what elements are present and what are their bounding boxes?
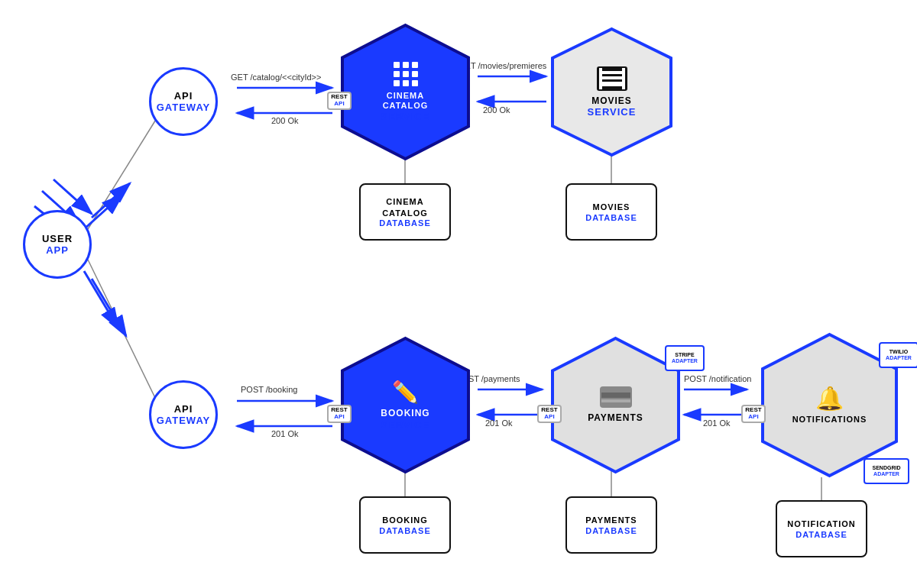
user-app-label-bottom: APP [46, 244, 69, 256]
post-booking-label: POST /booking [241, 385, 297, 394]
payments-service-node: PAYMENTS [549, 334, 682, 476]
movies-text1: MOVIES [591, 95, 632, 106]
rest-api-box-bottom: REST API [327, 405, 352, 423]
api-gateway-top-label-top: API [174, 90, 193, 102]
movies-service-node: MOVIES SERVICE [549, 25, 675, 159]
svg-line-5 [53, 179, 92, 214]
movies-text2: SERVICE [588, 106, 637, 118]
api-gateway-bottom-label-top: API [174, 403, 193, 415]
cinema-catalog-service-node: CINEMA CATALOG SERVICE [339, 21, 472, 163]
booking-text2: SERVICE [381, 419, 430, 431]
api-gateway-top-label-bottom: GATEWAY [157, 102, 211, 113]
cinema-db-text3: DATABASE [379, 218, 430, 228]
user-app-node: USER APP [23, 210, 92, 279]
payments-db-text2: DATABASE [585, 526, 637, 535]
booking-service-node: ✏️ BOOKING SERVICE [339, 334, 472, 476]
booking-db: BOOKING DATABASE [359, 496, 451, 554]
cinema-db-text1: CINEMA [386, 196, 423, 207]
cinema-catalog-db: CINEMA CATALOG DATABASE [359, 183, 451, 241]
svg-line-2 [88, 118, 157, 229]
svg-line-3 [88, 260, 157, 401]
cinema-catalog-text1: CINEMA [387, 91, 424, 101]
rest-api-box-notifications: REST API [741, 405, 766, 423]
payments-db: PAYMENTS DATABASE [565, 496, 657, 554]
movies-db-text1: MOVIES [593, 202, 630, 212]
sendgrid-adapter-box: SENDGRID ADAPTER [864, 458, 909, 484]
booking-text1: BOOKING [381, 408, 429, 418]
post-notification-label: POST /notification [684, 374, 751, 383]
get-catalog-label: GET /catalog/<<cityId>> [231, 73, 321, 82]
notification-db-text1: NOTIFICATION [787, 519, 855, 529]
twilio-adapter-box: TWILIO ADAPTER [879, 342, 917, 368]
notifications-text1: NOTIFICATIONS [792, 415, 867, 425]
cinema-db-text2: CATALOG [382, 208, 428, 218]
api-gateway-top-node: API GATEWAY [149, 67, 218, 136]
cinema-catalog-text2: CATALOG [383, 101, 429, 111]
api-gateway-bottom-label-bottom: GATEWAY [157, 415, 211, 426]
ok-201-label-3: 201 Ok [703, 418, 730, 428]
svg-line-10 [92, 279, 126, 336]
api-gateway-bottom-node: API GATEWAY [149, 380, 218, 449]
stripe-adapter-box: STRIPE ADAPTER [665, 345, 705, 371]
movies-db: MOVIES DATABASE [565, 183, 657, 241]
payments-text1: PAYMENTS [588, 412, 643, 423]
booking-db-text2: DATABASE [379, 526, 430, 535]
booking-db-text1: BOOKING [382, 515, 428, 525]
svg-line-7 [92, 183, 130, 218]
rest-api-box-payments: REST API [537, 405, 562, 423]
svg-line-9 [84, 271, 118, 328]
movies-db-text2: DATABASE [585, 213, 637, 222]
user-app-label-top: USER [42, 233, 73, 244]
ok-201-label-2: 201 Ok [485, 418, 512, 428]
ok-201-label-1: 201 Ok [271, 429, 298, 438]
architecture-diagram: GET /catalog/<<cityId>> 200 Ok GET /movi… [0, 0, 917, 588]
ok-200-label-1: 200 Ok [271, 116, 298, 125]
payments-db-text1: PAYMENTS [585, 515, 637, 525]
notification-db-text2: DATABASE [795, 530, 847, 539]
ok-200-label-2: 200 Ok [483, 105, 510, 115]
svg-line-8 [84, 195, 122, 229]
cinema-catalog-text3: SERVICE [381, 111, 430, 122]
rest-api-box-top: REST API [327, 92, 352, 110]
notification-db: NOTIFICATION DATABASE [776, 500, 867, 557]
